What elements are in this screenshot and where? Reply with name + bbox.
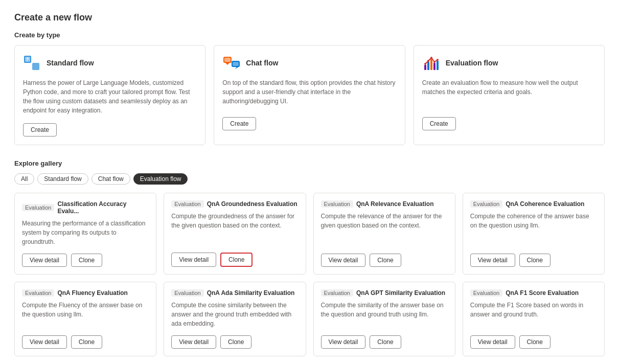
gallery-card-6-title: QnA Ada Similarity Evaluation [207,289,295,297]
filter-tab-standard[interactable]: Standard flow [37,173,88,185]
gallery-card-4-view-detail-button[interactable]: View detail [470,254,515,267]
gallery-card-3-header: Evaluation QnA Relevance Evaluation [321,200,448,208]
gallery-card-6-clone-button[interactable]: Clone [220,335,251,349]
svg-rect-8 [233,62,239,66]
chat-flow-card: Chat flow On top of the standard flow, t… [214,45,405,145]
explore-gallery-section: Explore gallery All Standard flow Chat f… [14,160,605,356]
evaluation-flow-title: Evaluation flow [446,59,498,67]
gallery-card-8-clone-button[interactable]: Clone [519,335,551,349]
create-by-type-label: Create by type [14,31,605,39]
svg-point-19 [437,59,439,61]
gallery-card-5-desc: Compute the Fluency of the answer base o… [22,301,149,328]
gallery-card-3-title: QnA Relevance Evaluation [356,200,434,208]
gallery-card-7: Evaluation QnA GPT Similarity Evaluation… [313,282,455,356]
evaluation-flow-create-button[interactable]: Create [422,117,456,130]
chat-flow-desc: On top of the standard flow, this option… [222,78,396,109]
gallery-card-4: Evaluation QnA Coherence Evaluation Comp… [463,193,605,275]
gallery-card-7-desc: Compute the similarity of the answer bas… [321,301,448,328]
evaluation-flow-card: Evaluation flow Create an evaluation flo… [414,45,605,145]
evaluation-flow-header: Evaluation flow [422,54,596,72]
svg-marker-6 [225,63,230,65]
svg-point-18 [433,61,435,63]
gallery-card-6: Evaluation QnA Ada Similarity Evaluation… [164,282,306,356]
gallery-grid: Evaluation Classification Accuracy Evalu… [14,193,605,356]
flow-type-cards: ? Standard flow Harness the power of Lar… [14,45,605,145]
gallery-card-8-desc: Compute the F1 Score based on words in a… [470,301,597,328]
svg-rect-14 [437,61,439,70]
gallery-card-2-title: QnA Groundedness Evaluation [207,200,297,208]
svg-point-17 [430,57,432,59]
gallery-card-1-desc: Measuring the performance of a classific… [22,219,149,246]
gallery-card-1-actions: View detail Clone [22,254,149,267]
chat-flow-header: Chat flow [222,54,396,72]
svg-rect-3 [32,63,39,70]
gallery-card-6-header: Evaluation QnA Ada Similarity Evaluation [171,289,298,297]
gallery-card-6-desc: Compute the cosine similarity between th… [171,301,298,328]
gallery-card-5-actions: View detail Clone [22,335,149,349]
gallery-card-1-badge: Evaluation [22,204,54,211]
gallery-card-4-header: Evaluation QnA Coherence Evaluation [470,200,597,208]
gallery-card-6-badge: Evaluation [171,289,203,297]
gallery-card-3-view-detail-button[interactable]: View detail [321,254,366,267]
standard-flow-title: Standard flow [47,59,94,67]
gallery-card-5: Evaluation QnA Fluency Evaluation Comput… [14,282,156,356]
gallery-card-7-title: QnA GPT Similarity Evaluation [356,289,445,297]
gallery-card-5-title: QnA Fluency Evaluation [57,289,128,297]
standard-flow-icon: ? [23,54,41,72]
gallery-card-6-actions: View detail Clone [171,335,298,349]
gallery-card-8-title: QnA F1 Score Evaluation [506,289,579,297]
gallery-card-2-actions: View detail Clone [171,253,298,267]
gallery-card-1-title: Classification Accuracy Evalu... [57,200,149,215]
gallery-card-1-view-detail-button[interactable]: View detail [22,254,67,267]
gallery-card-7-view-detail-button[interactable]: View detail [321,335,366,349]
evaluation-flow-icon [422,54,441,72]
svg-rect-5 [224,58,231,62]
svg-marker-9 [235,67,239,69]
gallery-card-8-view-detail-button[interactable]: View detail [470,335,515,349]
standard-flow-desc: Harness the power of Large Language Mode… [23,78,197,115]
svg-rect-12 [430,59,432,70]
gallery-card-4-title: QnA Coherence Evaluation [506,200,584,208]
gallery-card-4-clone-button[interactable]: Clone [519,254,551,267]
gallery-card-5-clone-button[interactable]: Clone [71,335,102,349]
standard-flow-card: ? Standard flow Harness the power of Lar… [14,45,205,145]
chat-flow-title: Chat flow [246,59,278,67]
gallery-card-3: Evaluation QnA Relevance Evaluation Comp… [313,193,455,275]
filter-tab-all[interactable]: All [14,173,34,185]
evaluation-flow-desc: Create an evaluation flow to measure how… [422,78,596,109]
gallery-card-2-desc: Compute the groundedness of the answer f… [171,212,298,245]
gallery-card-1: Evaluation Classification Accuracy Evalu… [14,193,156,275]
gallery-card-2: Evaluation QnA Groundedness Evaluation C… [164,193,306,275]
standard-flow-header: ? Standard flow [23,54,197,72]
svg-rect-13 [433,63,435,70]
gallery-card-8-actions: View detail Clone [470,335,597,349]
gallery-card-3-clone-button[interactable]: Clone [370,254,401,267]
svg-rect-10 [424,65,426,70]
gallery-card-4-badge: Evaluation [470,200,502,208]
gallery-card-8: Evaluation QnA F1 Score Evaluation Compu… [463,282,605,356]
gallery-card-7-clone-button[interactable]: Clone [370,335,401,349]
gallery-card-5-badge: Evaluation [22,289,54,297]
gallery-card-4-actions: View detail Clone [470,254,597,267]
gallery-card-7-actions: View detail Clone [321,335,448,349]
standard-flow-create-button[interactable]: Create [23,123,57,136]
gallery-card-6-view-detail-button[interactable]: View detail [171,335,216,349]
gallery-card-2-header: Evaluation QnA Groundedness Evaluation [171,200,298,208]
explore-gallery-label: Explore gallery [14,160,605,167]
gallery-card-2-clone-button[interactable]: Clone [220,253,253,267]
gallery-card-8-header: Evaluation QnA F1 Score Evaluation [470,289,597,297]
gallery-card-5-view-detail-button[interactable]: View detail [22,335,67,349]
gallery-card-2-view-detail-button[interactable]: View detail [171,253,216,267]
gallery-card-5-header: Evaluation QnA Fluency Evaluation [22,289,149,297]
gallery-card-3-actions: View detail Clone [321,254,448,267]
svg-text:?: ? [26,57,29,62]
gallery-card-7-badge: Evaluation [321,289,353,297]
gallery-card-4-desc: Compute the coherence of the answer base… [470,212,597,246]
gallery-card-1-clone-button[interactable]: Clone [71,254,102,267]
gallery-card-2-badge: Evaluation [171,200,203,208]
filter-tabs: All Standard flow Chat flow Evaluation f… [14,173,605,185]
filter-tab-chat[interactable]: Chat flow [91,173,130,185]
page-title: Create a new flow [14,12,605,23]
filter-tab-evaluation[interactable]: Evaluation flow [133,173,188,185]
chat-flow-create-button[interactable]: Create [222,117,256,130]
